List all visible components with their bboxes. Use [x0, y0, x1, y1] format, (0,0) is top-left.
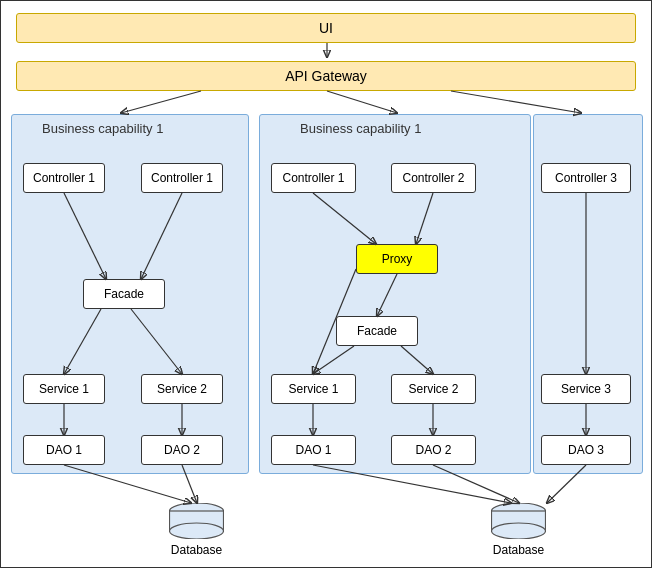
dao2-mid: DAO 2 — [391, 435, 476, 465]
db-right: Database — [491, 503, 546, 557]
ctrl2-left: Controller 1 — [141, 163, 223, 193]
ctrl1-left: Controller 1 — [23, 163, 105, 193]
diagram: UI API Gateway Business capability 1 Bus… — [0, 0, 652, 568]
ctrl2-mid: Controller 2 — [391, 163, 476, 193]
svc2-mid: Service 2 — [391, 374, 476, 404]
ui-label: UI — [319, 20, 333, 36]
ctrl1-mid: Controller 1 — [271, 163, 356, 193]
gateway-label: API Gateway — [285, 68, 367, 84]
db-right-label: Database — [493, 543, 544, 557]
proxy-mid: Proxy — [356, 244, 438, 274]
dao1-left: DAO 1 — [23, 435, 105, 465]
svg-point-2 — [170, 523, 224, 539]
db-left: Database — [169, 503, 224, 557]
svc1-mid: Service 1 — [271, 374, 356, 404]
svc2-left: Service 2 — [141, 374, 223, 404]
svg-point-5 — [492, 523, 546, 539]
svg-line-30 — [451, 91, 581, 113]
ui-bar: UI — [16, 13, 636, 43]
dao2-left: DAO 2 — [141, 435, 223, 465]
gateway-bar: API Gateway — [16, 61, 636, 91]
region-left-label: Business capability 1 — [42, 121, 163, 136]
facade-mid: Facade — [336, 316, 418, 346]
svc1-left: Service 1 — [23, 374, 105, 404]
ctrl3-right: Controller 3 — [541, 163, 631, 193]
db-left-label: Database — [171, 543, 222, 557]
dao3-right: DAO 3 — [541, 435, 631, 465]
svg-line-8 — [327, 91, 397, 113]
dao1-mid: DAO 1 — [271, 435, 356, 465]
svg-line-7 — [121, 91, 201, 113]
facade-left: Facade — [83, 279, 165, 309]
svc3-right: Service 3 — [541, 374, 631, 404]
region-mid-label: Business capability 1 — [300, 121, 421, 136]
